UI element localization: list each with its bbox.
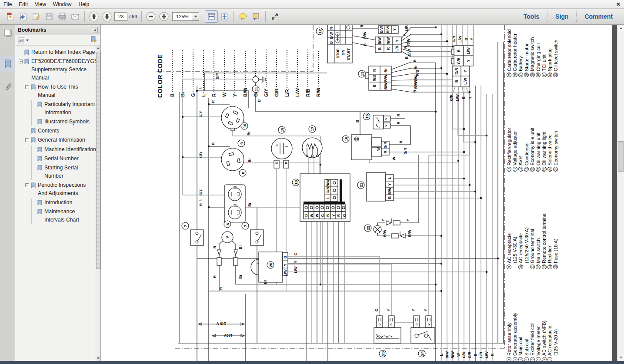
bookmark-item[interactable]: − How To Use This Manual [25, 83, 96, 99]
bookmark-icon [37, 156, 43, 162]
circled-17: 17 [309, 126, 316, 132]
document-scrollbar[interactable] [617, 25, 624, 361]
bookmark-item[interactable]: Machine Identification [32, 146, 96, 154]
svg-text:G: G [294, 252, 298, 255]
bookmark-icon [37, 102, 43, 107]
bookmark-item[interactable]: Particularly Important Information [32, 100, 96, 117]
svg-text:B/W: B/W [329, 32, 334, 40]
edit-note-icon[interactable] [30, 10, 43, 23]
svg-text:Y: Y [283, 264, 287, 266]
fit-width-icon[interactable] [205, 10, 218, 23]
bookmark-item[interactable]: Illustrated Symbols [32, 118, 96, 126]
tab-comment[interactable]: Comment [577, 13, 621, 20]
wiring-diagram: 240 V 120V 6 7 7 8 9 10 11 12 13 15 16 1… [101, 25, 612, 361]
svg-text:G/R: G/R [462, 351, 466, 358]
bookmark-icon [30, 137, 36, 143]
zoom-in-icon[interactable] [157, 10, 170, 23]
bookmark-item[interactable]: Introduction [32, 199, 96, 207]
menu-edit[interactable]: Edit [15, 0, 31, 8]
svg-text:Y: Y [466, 60, 471, 62]
svg-text:R/W: R/W [406, 38, 410, 46]
svg-text:R: R [396, 114, 400, 116]
circled-7: 7 [242, 222, 249, 229]
print-icon[interactable] [56, 10, 69, 23]
svg-text:9: 9 [239, 142, 244, 144]
page-thumbnails-icon[interactable] [0, 25, 15, 41]
save-icon[interactable] [43, 10, 56, 23]
comment-bubble-icon[interactable] [237, 10, 250, 23]
svg-text:ON: ON [341, 50, 345, 56]
bookmark-children: Particularly Important Information Illus… [31, 100, 96, 126]
bookmark-item[interactable]: Serial Number [32, 155, 96, 163]
zoom-level-input[interactable]: 125% [172, 12, 192, 21]
svg-text:L: L [326, 196, 330, 199]
page-number-input[interactable]: 23 [114, 12, 127, 21]
pdf-page[interactable]: COLOR CODE B Br G L R W Y B/W G/B G/Y G/… [101, 25, 612, 361]
svg-text:G: G [374, 308, 379, 311]
circled-9: 9 [238, 140, 245, 147]
svg-text:L/R: L/R [479, 352, 483, 358]
bookmark-item[interactable]: − EF5200DE/EF6600DE/YG5200D/YG6600D/YG66… [19, 57, 96, 82]
menu-view[interactable]: View [31, 0, 50, 8]
bookmark-item[interactable]: Contents [25, 127, 96, 135]
scroll-down-icon[interactable] [96, 356, 100, 361]
bookmarks-panel-icon[interactable] [0, 56, 15, 72]
bookmark-icon [37, 119, 43, 125]
bookmark-item[interactable]: Starting Serial Number [32, 164, 96, 180]
svg-text:G/R: G/R [403, 148, 407, 154]
menu-help[interactable]: Help [75, 0, 93, 8]
page-down-icon[interactable] [100, 10, 113, 23]
svg-text:G: G [283, 255, 287, 258]
collapse-minus-icon[interactable]: − [25, 85, 29, 89]
svg-text:G/Y: G/Y [199, 111, 203, 117]
voltage-adjuster [302, 138, 322, 158]
close-icon[interactable]: ✕ [616, 1, 621, 7]
svg-text:16: 16 [344, 137, 348, 142]
scrollbar-thumb[interactable] [96, 52, 100, 269]
svg-text:Y: Y [411, 309, 416, 311]
bookmark-children: Machine Identification Serial Number Sta… [31, 146, 96, 180]
collapse-minus-icon[interactable]: − [25, 138, 29, 142]
scroll-down-icon[interactable] [618, 354, 624, 361]
page-up-icon[interactable] [87, 10, 100, 23]
scroll-up-icon[interactable] [618, 25, 624, 31]
create-pdf-icon[interactable] [3, 10, 17, 23]
svg-text:23: 23 [380, 351, 385, 356]
svg-text:B: B [464, 38, 468, 40]
new-bookmark-icon[interactable] [90, 36, 98, 45]
collapse-minus-icon[interactable]: − [25, 183, 29, 187]
zoom-out-icon[interactable] [144, 10, 157, 23]
svg-text:Br: Br [247, 202, 252, 207]
svg-text:Br: Br [247, 131, 251, 136]
bookmark-item[interactable]: − General Information [25, 136, 96, 144]
attachments-icon[interactable] [0, 79, 15, 95]
svg-text:Y: Y [331, 214, 336, 217]
svg-text:G/R: G/R [449, 94, 454, 101]
bookmark-item[interactable]: − Periodic Inspections And Adjustments [25, 181, 96, 198]
bookmark-item[interactable]: Return to Main Index Page [19, 48, 96, 56]
fullscreen-icon[interactable] [268, 10, 281, 23]
svg-text:W: W [392, 156, 396, 160]
fit-page-icon[interactable] [218, 10, 231, 23]
collapse-panel-icon[interactable]: ◂ [92, 27, 98, 33]
share-file-icon[interactable] [17, 10, 30, 23]
tab-sign[interactable]: Sign [547, 13, 576, 20]
menu-window[interactable]: Window [50, 0, 75, 8]
bookmark-item[interactable]: Maintenance Intervals Chart [32, 208, 96, 224]
svg-text:8: 8 [19, 39, 21, 43]
tab-tools[interactable]: Tools [516, 13, 547, 20]
bookmarks-scrollbar[interactable] [96, 46, 100, 361]
collapse-minus-icon[interactable]: − [19, 60, 23, 63]
email-icon[interactable] [69, 10, 82, 23]
scrollbar-thumb[interactable] [618, 141, 624, 172]
svg-text:B: B [257, 99, 261, 102]
scroll-up-icon[interactable] [96, 46, 100, 51]
text-callout-icon[interactable]: T [250, 10, 263, 23]
svg-text:G/R: G/R [457, 57, 461, 64]
svg-text:Y: Y [387, 183, 392, 186]
menu-file[interactable]: File [0, 0, 15, 8]
bookmarks-header: Bookmarks ◂ [15, 25, 100, 35]
bookmark-options-icon[interactable]: 8 [18, 37, 29, 43]
zoom-dropdown[interactable] [192, 12, 199, 21]
ac-receptacle-125v-20a [224, 185, 245, 223]
